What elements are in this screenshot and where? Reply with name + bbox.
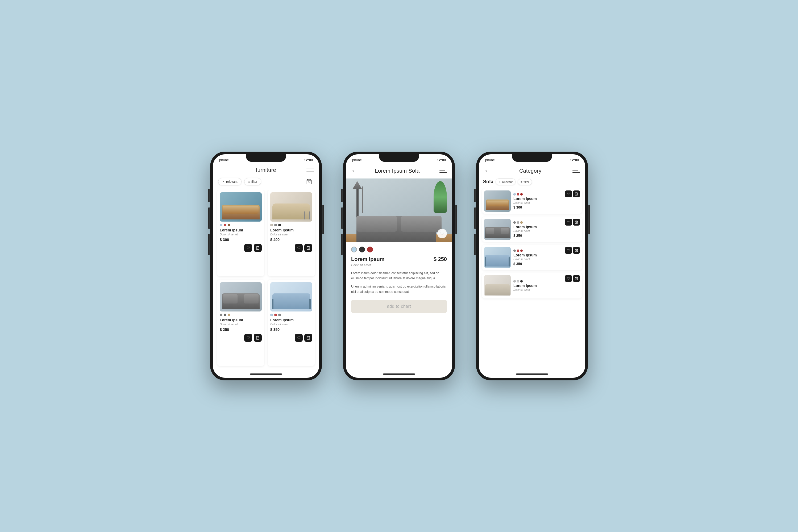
volume-silent-button bbox=[208, 189, 210, 202]
cat-cart-4[interactable] bbox=[573, 275, 580, 282]
home-indicator-1 bbox=[213, 370, 319, 378]
relevant-filter-1[interactable]: ✓ relevant bbox=[218, 178, 242, 185]
phone-1: phone 12:00 furniture ✓ relevant ≡ filte… bbox=[210, 152, 322, 380]
color-dot bbox=[278, 314, 281, 316]
relevant-filter-3[interactable]: ✓ relevant bbox=[496, 178, 515, 185]
category-item-4[interactable]: Lorem Ipsum Dolor sit amet ♡ bbox=[482, 273, 582, 299]
color-option-dark[interactable] bbox=[359, 247, 365, 252]
cat-wishlist-2[interactable]: ♡ bbox=[565, 218, 572, 226]
color-dot bbox=[513, 280, 516, 283]
back-button-3[interactable]: ‹ bbox=[484, 166, 488, 175]
product-card-4[interactable]: Lorem Ipsum Dolor sit amet $ 350 ♡ bbox=[268, 280, 315, 366]
detail-image: ♡ bbox=[346, 178, 452, 242]
volume-silent-button-3 bbox=[474, 189, 476, 202]
volume-up-button-2 bbox=[341, 208, 343, 229]
category-item-3[interactable]: Lorem Ipsum Dolor sit amet $ 350 ♡ bbox=[482, 245, 582, 270]
filter-chip-1[interactable]: ≡ filter bbox=[244, 178, 262, 185]
cat-img-3 bbox=[484, 247, 511, 268]
product-price-2: $ 400 bbox=[270, 238, 312, 242]
color-dot bbox=[513, 221, 516, 224]
nav-title-3: Category bbox=[519, 168, 542, 174]
power-button-2 bbox=[455, 205, 457, 234]
cart-button-1[interactable] bbox=[304, 177, 314, 187]
phone-1-notch bbox=[246, 154, 286, 162]
wishlist-btn-3[interactable]: ♡ bbox=[244, 334, 252, 342]
category-list: Lorem Ipsum Dolor sit amet $ 300 ♡ bbox=[479, 188, 585, 370]
menu-button-2[interactable] bbox=[439, 167, 447, 174]
addcart-btn-3[interactable] bbox=[254, 334, 262, 342]
product-name-1: Lorem Ipsum bbox=[220, 228, 262, 232]
category-item-2[interactable]: Lorem Ipsum Dolor sit amet $ 250 ♡ bbox=[482, 216, 582, 242]
wishlist-btn-4[interactable]: ♡ bbox=[295, 334, 303, 342]
home-bar-3 bbox=[516, 374, 548, 375]
cat-img-2 bbox=[484, 218, 511, 240]
nav-header-1: furniture bbox=[213, 164, 319, 177]
phone-1-screen: phone 12:00 furniture ✓ relevant ≡ filte… bbox=[213, 154, 319, 378]
wishlist-btn-1[interactable]: ♡ bbox=[244, 244, 252, 252]
color-dot bbox=[220, 314, 222, 316]
color-dot bbox=[520, 193, 523, 195]
addcart-btn-1[interactable] bbox=[254, 244, 262, 252]
product-price-1: $ 300 bbox=[220, 238, 262, 242]
addcart-btn-4[interactable] bbox=[304, 334, 312, 342]
product-price-4: $ 350 bbox=[270, 327, 312, 332]
product-sub-4: Dolor sit amet bbox=[270, 323, 312, 326]
nav-header-2: ‹ Lorem Ipsum Sofa bbox=[346, 164, 452, 178]
cat-price-3: $ 350 bbox=[513, 262, 580, 266]
wishlist-btn-2[interactable]: ♡ bbox=[295, 244, 303, 252]
detail-description-2: Ut enim ad minim veniam, quis nostrud ex… bbox=[351, 284, 447, 294]
color-dots-1 bbox=[220, 224, 262, 226]
color-dot bbox=[517, 221, 519, 224]
color-dot bbox=[517, 280, 519, 283]
color-dots-2 bbox=[270, 224, 312, 226]
add-to-cart-button[interactable]: add to chart bbox=[351, 300, 447, 313]
back-button-2[interactable]: ‹ bbox=[351, 166, 355, 175]
time-label-1: 12:00 bbox=[304, 158, 313, 162]
phone-2-notch bbox=[379, 154, 419, 162]
carrier-label-1: phone bbox=[219, 158, 229, 162]
nav-header-3: ‹ Category bbox=[479, 164, 585, 178]
color-dot bbox=[517, 249, 519, 252]
time-label-2: 12:00 bbox=[437, 158, 446, 162]
power-button bbox=[322, 205, 324, 234]
color-dot bbox=[278, 224, 281, 226]
product-name-2: Lorem Ipsum bbox=[270, 228, 312, 232]
category-item-1[interactable]: Lorem Ipsum Dolor sit amet $ 300 ♡ bbox=[482, 188, 582, 214]
menu-button-3[interactable] bbox=[572, 167, 580, 174]
cat-wishlist-1[interactable]: ♡ bbox=[565, 190, 572, 197]
filter-chip-3[interactable]: ≡ filter bbox=[518, 179, 532, 185]
volume-down-button-2 bbox=[341, 234, 343, 255]
cat-cart-3[interactable] bbox=[573, 247, 580, 254]
menu-button-1[interactable] bbox=[306, 166, 314, 174]
product-name-4: Lorem Ipsum bbox=[270, 318, 312, 322]
cat-price-2: $ 250 bbox=[513, 233, 580, 238]
filter-icon-1: ≡ bbox=[248, 180, 250, 184]
product-card-2[interactable]: Lorem Ipsum Dolor sit amet $ 400 ♡ bbox=[268, 190, 315, 277]
product-actions-1: ♡ bbox=[220, 244, 262, 252]
color-dot bbox=[520, 221, 523, 224]
addcart-btn-2[interactable] bbox=[304, 244, 312, 252]
phone-3: phone 12:00 ‹ Category Sofa ✓ relevant ≡… bbox=[476, 152, 588, 380]
cat-actions-1: ♡ bbox=[565, 190, 580, 197]
cat-cart-2[interactable] bbox=[573, 218, 580, 226]
time-label-3: 12:00 bbox=[570, 158, 579, 162]
cat-wishlist-4[interactable]: ♡ bbox=[565, 275, 572, 282]
color-option-red[interactable] bbox=[367, 247, 373, 252]
cat-actions-3: ♡ bbox=[565, 247, 580, 254]
product-card-3[interactable]: Lorem Ipsum Dolor sit amet $ 250 ♡ bbox=[217, 280, 264, 366]
detail-wishlist-button[interactable]: ♡ bbox=[437, 229, 447, 238]
product-card-1[interactable]: Lorem Ipsum Dolor sit amet $ 300 ♡ bbox=[217, 190, 264, 277]
color-option-blue[interactable] bbox=[351, 247, 357, 252]
cat-wishlist-3[interactable]: ♡ bbox=[565, 247, 572, 254]
color-dot bbox=[513, 249, 516, 252]
home-bar-2 bbox=[383, 374, 415, 375]
cat-cart-1[interactable] bbox=[573, 190, 580, 197]
cat-name-4: Lorem Ipsum bbox=[513, 284, 580, 288]
cat-sub-4: Dolor sit amet bbox=[513, 288, 580, 291]
product-actions-4: ♡ bbox=[270, 334, 312, 342]
color-dot bbox=[224, 314, 226, 316]
phone-2-screen: phone 12:00 ‹ Lorem Ipsum Sofa ♡ bbox=[346, 154, 452, 378]
color-dot bbox=[270, 314, 273, 316]
home-indicator-2 bbox=[346, 370, 452, 378]
color-dot bbox=[270, 224, 273, 226]
